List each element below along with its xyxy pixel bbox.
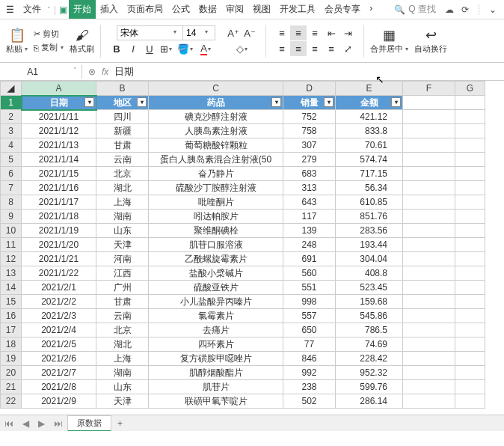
copy-button[interactable]: ⎘复制▾ [32,41,65,54]
cell[interactable]: 2021/2/7 [22,366,96,380]
tab-member[interactable]: 会员专享 [320,0,365,19]
cell[interactable]: 乙酰螺旋霉素片 [149,252,283,266]
cell[interactable]: 去痛片 [149,323,283,337]
search-box[interactable]: 🔍 Q 查找 [391,3,439,16]
cell[interactable]: 聚维酮碘栓 [149,224,283,238]
column-header-B[interactable]: B [96,82,149,96]
cell[interactable]: 山东 [96,224,149,238]
cell[interactable]: 650 [283,323,336,337]
cell[interactable]: 560 [283,266,336,281]
tab-review[interactable]: 审阅 [221,0,248,19]
cell[interactable]: 248 [283,238,336,252]
format-painter-button[interactable]: 🖌 格式刷 [68,26,96,56]
cell[interactable]: 吡喹酮片 [149,195,283,210]
header-cell[interactable]: 日期▾ [22,96,96,110]
add-sheet-button[interactable]: + [111,418,129,429]
column-header-E[interactable]: E [336,82,403,96]
cell[interactable]: 2021/1/22 [22,266,96,281]
merge-center-button[interactable]: ▦ 合并居中▾ [369,25,410,56]
sync-icon[interactable]: ⟳ [461,4,469,15]
fx-icon[interactable]: fx [102,67,108,77]
tab-devtools[interactable]: 开发工具 [275,0,320,19]
cell[interactable]: 2021/1/20 [22,238,96,252]
cell[interactable]: 307 [283,138,336,153]
cell[interactable]: 湖南 [96,366,149,380]
header-cell[interactable]: 药品▾ [149,96,283,110]
cell[interactable]: 甘肃 [96,138,149,153]
cell[interactable]: 肌苷片 [149,380,283,394]
cell[interactable]: 545.86 [336,309,403,323]
cell[interactable]: 北京 [96,167,149,181]
cell[interactable]: 天津 [96,238,149,252]
cell[interactable]: 2021/2/2 [22,295,96,309]
sheet-nav-last[interactable]: ⏭ [49,418,67,429]
cell[interactable]: 758 [283,124,336,138]
cell[interactable]: 四川 [96,110,149,124]
cell[interactable]: 313 [283,181,336,195]
cell[interactable]: 643 [283,195,336,210]
row-header-7[interactable]: 7 [1,181,22,195]
orientation-button[interactable]: ⤢ [339,41,356,56]
cell[interactable]: 四环素片 [149,337,283,352]
cell[interactable]: 云南 [96,153,149,167]
cell[interactable]: 2021/1/16 [22,181,96,195]
increase-font-button[interactable]: A⁺ [225,25,242,40]
name-box[interactable]: A1 ˅ [0,65,82,79]
align-left-button[interactable]: ≡ [274,41,290,56]
cell[interactable]: 691 [283,252,336,266]
tab-more[interactable]: › [365,0,377,19]
cell[interactable]: 193.44 [336,238,403,252]
row-header-14[interactable]: 14 [1,281,22,295]
row-header-3[interactable]: 3 [1,124,22,138]
cell[interactable]: 117 [283,210,336,224]
cell[interactable]: 851.76 [336,210,403,224]
row-header-9[interactable]: 9 [1,210,22,224]
cell[interactable]: 238 [283,380,336,394]
cell[interactable]: 408.8 [336,266,403,281]
cell[interactable]: 山东 [96,380,149,394]
cell[interactable]: 碘克沙醇注射液 [149,110,283,124]
cell[interactable]: 奋乃静片 [149,167,283,181]
chevron-down-icon[interactable]: ˅ [73,67,77,74]
cell[interactable]: 2021/1/21 [22,252,96,266]
row-header-12[interactable]: 12 [1,252,22,266]
fx-cancel-icon[interactable]: ⊗ [88,67,96,77]
file-menu[interactable]: 文件 [19,1,46,17]
cell[interactable]: 2021/2/4 [22,323,96,337]
cell[interactable]: 683 [283,167,336,181]
cell[interactable]: 2021/2/3 [22,309,96,323]
cell[interactable]: 2021/1/15 [22,167,96,181]
border-button[interactable]: ⊞▾ [158,41,174,56]
select-all-corner[interactable]: ◢ [1,82,22,96]
cell[interactable]: 574.74 [336,153,403,167]
cell[interactable]: 752 [283,110,336,124]
row-header-8[interactable]: 8 [1,195,22,210]
paste-button[interactable]: 📋 粘贴▾ [4,25,29,56]
cell[interactable]: 228.42 [336,352,403,366]
indent-decrease-button[interactable]: ⇤ [323,25,339,40]
fill-color-button[interactable]: 🪣▾ [174,41,195,56]
row-header-18[interactable]: 18 [1,337,22,352]
cell[interactable]: 氯霉素片 [149,309,283,323]
cell[interactable]: 304.04 [336,252,403,266]
tab-insert[interactable]: 插入 [96,0,123,19]
cell[interactable]: 天津 [96,394,149,409]
align-justify-button[interactable]: ≡ [323,41,339,56]
cell[interactable]: 2021/2/5 [22,337,96,352]
row-header-16[interactable]: 16 [1,309,22,323]
cell[interactable]: 硫酸沙丁胺醇注射液 [149,181,283,195]
cell[interactable]: 2021/2/9 [22,394,96,409]
column-header-D[interactable]: D [283,82,336,96]
align-top-button[interactable]: ≡ [274,25,290,40]
row-header-15[interactable]: 15 [1,295,22,309]
filter-button[interactable]: ▾ [271,97,281,107]
cell[interactable]: 2021/1/12 [22,124,96,138]
cell[interactable]: 992 [283,366,336,380]
cell[interactable]: 人胰岛素注射液 [149,124,283,138]
cell[interactable]: 77 [283,337,336,352]
sheet-nav-prev[interactable]: ◀ [18,418,34,429]
cell[interactable]: 56.34 [336,181,403,195]
cell[interactable]: 新疆 [96,124,149,138]
cut-button[interactable]: ✂剪切 [32,28,65,40]
cell[interactable]: 2021/1/11 [22,110,96,124]
